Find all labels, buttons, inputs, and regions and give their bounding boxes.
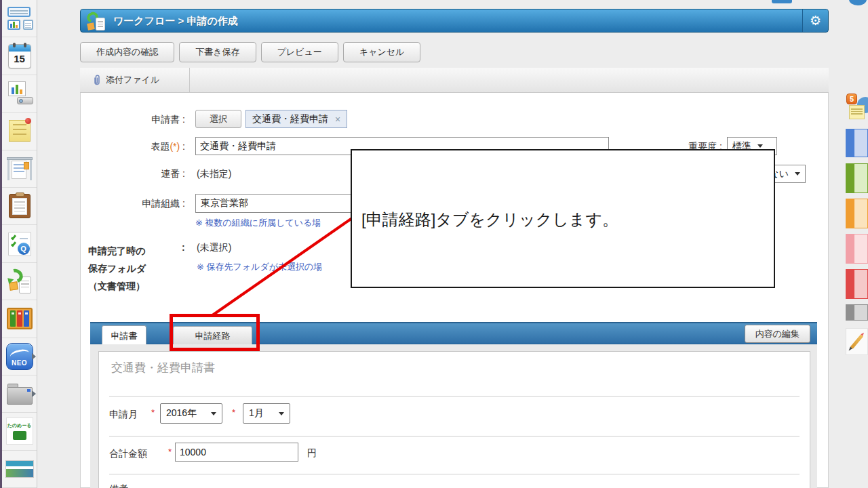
calendar-day-number: 15 (9, 53, 31, 64)
color-tab-blue[interactable] (846, 129, 868, 157)
sidebar-item-bulletin[interactable] (2, 150, 37, 188)
sidebar-item-tanomeru[interactable]: たのめーる (2, 413, 37, 450)
sidebar-item-clipboard[interactable] (2, 188, 37, 225)
clipboard-icon (9, 194, 31, 218)
notification-note-icon[interactable]: 5 (846, 94, 868, 121)
month-select[interactable]: 1月 (243, 403, 290, 424)
required-asterisk: * (151, 407, 155, 418)
tanomeru-icon: たのめーる (6, 418, 33, 445)
annotation-red-rectangle (170, 314, 260, 351)
save-draft-button[interactable]: 下書き保存 (179, 42, 256, 62)
sidebar-item-presentation[interactable] (2, 75, 37, 113)
chevron-down-icon (795, 172, 800, 176)
save-folder-note: ※ 保存先フォルダが未選択の場 (197, 261, 322, 273)
required-asterisk: * (168, 447, 172, 457)
edit-content-button[interactable]: 内容の編集 (745, 325, 810, 343)
application-form-content: 交通費・経費申請書 申請月 * 2016年 * 1月 合計金額 * 円 備考 (98, 351, 810, 488)
chevron-down-icon (279, 412, 284, 415)
confirm-content-button[interactable]: 作成内容の確認 (80, 42, 174, 62)
neo-label: NEO (7, 359, 33, 367)
binders-icon (7, 308, 33, 329)
app-sidebar: 15 Q NEO たのめーる (0, 0, 37, 488)
sidebar-item-folder[interactable] (2, 375, 37, 413)
chevron-down-icon (757, 144, 763, 148)
amount-label: 合計金額 (109, 448, 147, 460)
sticky-note-icon (9, 120, 31, 142)
sidebar-item-banner[interactable] (2, 451, 37, 488)
tanomeru-label: たのめーる (7, 422, 32, 429)
sidebar-item-neo[interactable]: NEO (2, 338, 37, 375)
save-folder-colon: : (182, 242, 185, 253)
sidebar-item-portal[interactable] (2, 0, 37, 37)
color-tab-green[interactable] (846, 163, 868, 193)
month-label: 申請月 (109, 409, 138, 421)
page-title: ワークフロー > 申請の作成 (113, 9, 238, 32)
selected-form-name: 交通費・経費申請 (252, 113, 328, 125)
organization-label: 申請組織 : (87, 198, 185, 210)
chevron-down-icon (211, 412, 216, 415)
workflow-app-icon (87, 12, 106, 30)
expand-arrow-icon[interactable] (32, 390, 36, 397)
remarks-label: 備考 (109, 483, 128, 488)
gear-icon: ⚙ (810, 13, 821, 28)
save-folder-label: 申請完了時の 保存フォルダ （文書管理） (88, 242, 146, 295)
folder-icon (7, 387, 33, 405)
projector-icon (6, 81, 33, 106)
attachment-tab[interactable]: 添付ファイル (80, 68, 190, 92)
tab-application-form[interactable]: 申請書 (102, 325, 146, 346)
workflow-create-page: 15 Q NEO たのめーる (0, 0, 868, 488)
portal-icon (6, 7, 33, 30)
color-tab-pink[interactable] (846, 234, 868, 264)
callout-text: [申請経路]タブをクリックします。 (361, 209, 618, 230)
pencil-icon (850, 334, 863, 349)
serial-label: 連番 : (87, 168, 185, 180)
workflow-icon (7, 269, 33, 293)
top-cutoff-fragment (849, 0, 867, 5)
top-cutoff-fragment (772, 0, 792, 3)
select-form-button[interactable]: 選択 (195, 110, 241, 128)
task-check-icon: Q (8, 232, 31, 256)
sidebar-item-memo[interactable] (2, 113, 37, 150)
color-tab-gray[interactable] (846, 304, 868, 321)
expand-arrow-icon[interactable] (32, 353, 36, 360)
sidebar-item-todo[interactable]: Q (2, 225, 37, 262)
paperclip-icon (92, 75, 102, 86)
tutorial-callout: [申請経路]タブをクリックします。 (351, 149, 775, 288)
save-folder-value: (未選択) (197, 242, 231, 254)
banner-image (5, 460, 34, 478)
required-asterisk: * (232, 407, 235, 418)
year-select[interactable]: 2016年 (160, 403, 222, 424)
pencil-edit-button[interactable] (846, 328, 868, 355)
sidebar-item-library[interactable] (2, 300, 37, 338)
form-content-heading: 交通費・経費申請書 (111, 360, 215, 375)
bulletin-board-icon (7, 157, 33, 180)
neo-app-icon: NEO (6, 343, 33, 370)
calendar-icon: 15 (8, 44, 31, 68)
amount-input[interactable] (175, 443, 298, 462)
organization-select[interactable]: 東京営業部 (195, 194, 372, 213)
amount-unit: 円 (307, 447, 317, 460)
memo-note-icon (849, 105, 865, 119)
title-label: 表題(*) : (87, 141, 185, 153)
preview-button[interactable]: プレビュー (261, 42, 338, 62)
attachment-label: 添付ファイル (106, 74, 159, 86)
q-logo: Q (18, 243, 30, 255)
color-tab-red[interactable] (846, 269, 868, 299)
count-badge: 5 (846, 94, 857, 104)
color-tab-orange[interactable] (846, 199, 868, 228)
application-form-label: 申請書 : (87, 114, 185, 126)
sidebar-item-calendar[interactable]: 15 (2, 37, 37, 75)
required-mark: (*) (170, 141, 180, 152)
selected-form-chip: 交通費・経費申請 × (245, 110, 347, 128)
organization-note: ※ 複数の組織に所属している場 (195, 217, 321, 229)
cancel-button[interactable]: キャンセル (343, 42, 421, 62)
settings-gear-button[interactable]: ⚙ (802, 9, 828, 32)
attachment-bar: 添付ファイル (80, 68, 829, 93)
action-toolbar: 作成内容の確認 下書き保存 プレビュー キャンセル (80, 42, 420, 62)
serial-value: (未指定) (197, 168, 231, 180)
app-header: ワークフロー > 申請の作成 ⚙ (80, 9, 829, 33)
remove-tag-icon[interactable]: × (335, 114, 340, 125)
sidebar-item-workflow[interactable] (2, 263, 37, 300)
